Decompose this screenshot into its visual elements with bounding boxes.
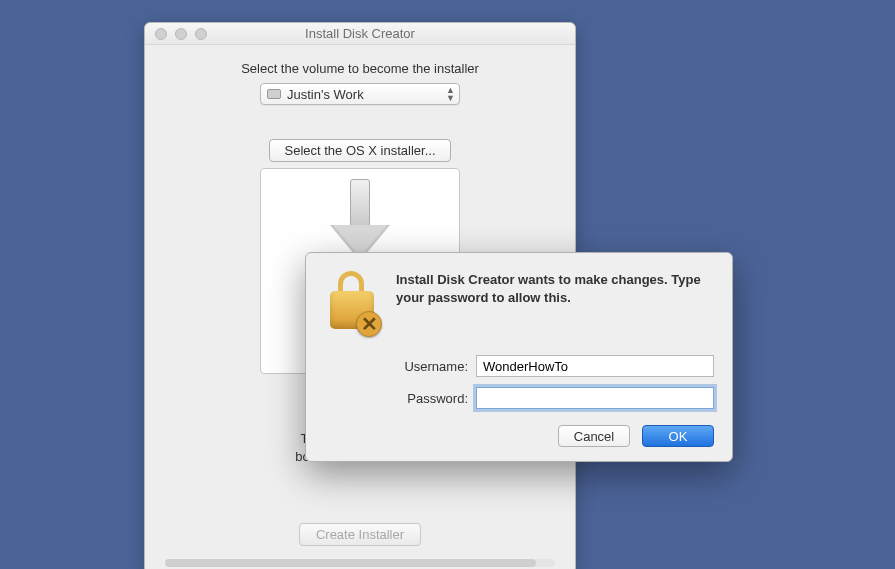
cancel-button[interactable]: Cancel bbox=[558, 425, 630, 447]
select-installer-button[interactable]: Select the OS X installer... bbox=[269, 139, 450, 162]
password-label: Password: bbox=[396, 391, 468, 406]
volume-select[interactable]: Justin's Work ▲▼ bbox=[260, 83, 460, 105]
horizontal-scrollbar[interactable] bbox=[165, 559, 555, 567]
username-label: Username: bbox=[396, 359, 468, 374]
scrollbar-thumb[interactable] bbox=[165, 559, 536, 567]
username-field[interactable] bbox=[476, 355, 714, 377]
titlebar: Install Disk Creator bbox=[145, 23, 575, 45]
badge-x-icon: ✕ bbox=[356, 311, 382, 337]
auth-dialog: ✕ Install Disk Creator wants to make cha… bbox=[305, 252, 733, 462]
select-volume-label: Select the volume to become the installe… bbox=[241, 61, 479, 76]
create-installer-button[interactable]: Create Installer bbox=[299, 523, 421, 546]
dialog-message: Install Disk Creator wants to make chang… bbox=[396, 271, 714, 335]
auth-form: Username: Password: bbox=[396, 355, 714, 409]
disk-icon bbox=[267, 89, 281, 99]
lock-icon: ✕ bbox=[324, 271, 382, 335]
zoom-icon[interactable] bbox=[195, 28, 207, 40]
window-title: Install Disk Creator bbox=[153, 26, 567, 41]
close-icon[interactable] bbox=[155, 28, 167, 40]
minimize-icon[interactable] bbox=[175, 28, 187, 40]
ok-button[interactable]: OK bbox=[642, 425, 714, 447]
traffic-lights bbox=[155, 28, 207, 40]
password-field[interactable] bbox=[476, 387, 714, 409]
volume-selected-value: Justin's Work bbox=[287, 87, 364, 102]
chevron-up-down-icon: ▲▼ bbox=[446, 86, 455, 102]
